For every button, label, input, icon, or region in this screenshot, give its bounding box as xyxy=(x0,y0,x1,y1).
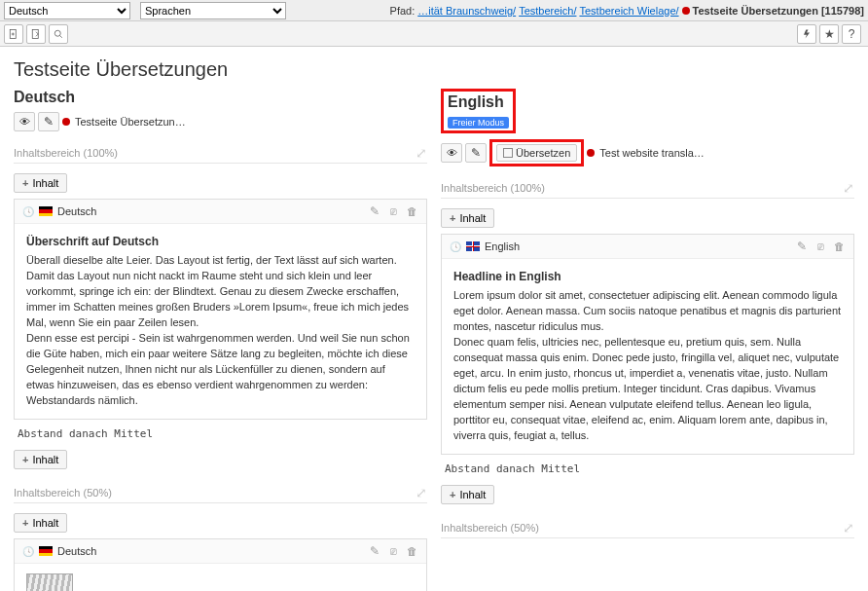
status-dot-icon xyxy=(62,118,70,126)
flag-en-icon xyxy=(466,241,480,251)
breadcrumb: Pfad: …ität Braunschweig/ Testbereich/ T… xyxy=(390,5,864,17)
edit-icon[interactable] xyxy=(465,143,487,163)
status-dot-icon xyxy=(587,149,595,157)
translate-icon xyxy=(503,148,513,158)
toggle-icon[interactable] xyxy=(814,240,827,253)
top-bar: Deutsch Sprachen Pfad: …ität Braunschwei… xyxy=(0,0,868,21)
column-heading-en: English xyxy=(448,93,509,111)
bookmark-button[interactable]: ★ xyxy=(819,24,839,44)
content-card-de-1: Deutsch Überschrift auf Deutsch Überall … xyxy=(14,199,427,420)
card-title: Deutsch xyxy=(57,545,96,557)
page-id: [115798] xyxy=(821,5,864,17)
clock-icon xyxy=(22,204,34,218)
heading-highlight: English Freier Modus xyxy=(441,89,516,133)
breadcrumb-current: Testseite Übersetzungen xyxy=(693,5,818,17)
translate-highlight: Übersetzen xyxy=(489,139,584,166)
section-header: Inhaltsbereich (50%) ⤢ xyxy=(441,520,854,538)
content-card-de-2: Deutsch xyxy=(14,538,427,591)
add-content-button[interactable]: +Inhalt xyxy=(441,208,494,228)
clock-icon xyxy=(450,240,461,253)
edit-icon[interactable] xyxy=(795,240,809,253)
add-content-button[interactable]: +Inhalt xyxy=(14,173,67,193)
page-title: Testseite Übersetzungen xyxy=(0,47,868,89)
delete-icon[interactable] xyxy=(405,204,418,218)
page-toolbar-en: Übersetzen Test website transla… xyxy=(441,139,854,166)
column-heading-de: Deutsch xyxy=(14,89,427,106)
svg-rect-3 xyxy=(32,29,38,38)
page-toolbar-de: Testseite Übersetzun… xyxy=(14,112,427,131)
flag-de-icon xyxy=(39,546,53,556)
icon-toolbar: ★ ? xyxy=(0,21,868,47)
edit-icon[interactable] xyxy=(368,204,381,218)
view-icon[interactable] xyxy=(14,112,35,131)
delete-icon[interactable] xyxy=(405,544,418,558)
language-select[interactable]: Deutsch xyxy=(4,2,130,19)
section-header: Inhaltsbereich (100%) ⤢ xyxy=(441,180,854,199)
expand-icon[interactable]: ⤢ xyxy=(843,180,854,196)
breadcrumb-link[interactable]: Testbereich Wielage/ xyxy=(579,5,678,17)
add-content-button[interactable]: +Inhalt xyxy=(14,450,67,469)
expand-icon[interactable]: ⤢ xyxy=(416,485,427,500)
content-text: Lorem ipsum dolor sit amet, consectetuer… xyxy=(453,288,842,335)
content-headline: Überschrift auf Deutsch xyxy=(26,234,415,250)
sprachen-select[interactable]: Sprachen xyxy=(140,2,286,19)
cache-button[interactable] xyxy=(797,24,816,44)
svg-line-5 xyxy=(60,35,62,37)
view-page-button[interactable] xyxy=(26,24,46,44)
delete-icon[interactable] xyxy=(832,240,846,253)
expand-icon[interactable]: ⤢ xyxy=(416,145,427,161)
content-card-en-1: English Headline in English Lorem ipsum … xyxy=(441,234,854,455)
section-header: Inhaltsbereich (50%) ⤢ xyxy=(14,485,427,503)
add-content-button[interactable]: +Inhalt xyxy=(14,513,67,533)
content-headline: Headline in English xyxy=(453,269,842,285)
status-dot-icon xyxy=(682,7,690,15)
content-text: Denn esse est percipi - Sein ist wahrgen… xyxy=(26,331,415,409)
section-header: Inhaltsbereich (100%) ⤢ xyxy=(14,145,427,164)
help-button[interactable]: ? xyxy=(842,24,861,44)
page-label-de: Testseite Übersetzun… xyxy=(75,116,186,128)
edit-icon[interactable] xyxy=(368,544,381,558)
clock-icon xyxy=(22,544,34,558)
flag-de-icon xyxy=(39,206,53,216)
view-icon[interactable] xyxy=(441,143,462,163)
breadcrumb-link[interactable]: Testbereich/ xyxy=(519,5,576,17)
search-button[interactable] xyxy=(49,24,68,44)
image-thumbnail xyxy=(26,573,73,591)
svg-point-4 xyxy=(54,30,60,36)
expand-icon[interactable]: ⤢ xyxy=(843,520,854,536)
page-label-en: Test website transla… xyxy=(599,147,705,159)
free-mode-badge: Freier Modus xyxy=(448,117,509,129)
path-label: Pfad: xyxy=(390,5,416,17)
content-text: Donec quam felis, ultricies nec, pellent… xyxy=(453,335,842,444)
card-title: Deutsch xyxy=(57,205,96,217)
edit-icon[interactable] xyxy=(38,112,59,131)
toggle-icon[interactable] xyxy=(386,204,400,218)
add-content-button[interactable]: +Inhalt xyxy=(441,485,494,504)
column-deutsch: Deutsch Testseite Übersetzun… Inhaltsber… xyxy=(14,89,427,591)
toggle-icon[interactable] xyxy=(386,544,400,558)
column-english: English Freier Modus Übersetzen Test web… xyxy=(441,89,854,591)
card-title: English xyxy=(485,240,520,252)
translate-button[interactable]: Übersetzen xyxy=(496,144,577,162)
breadcrumb-link[interactable]: …ität Braunschweig/ xyxy=(417,5,516,17)
new-page-button[interactable] xyxy=(4,24,23,44)
content-text: Überall dieselbe alte Leier. Das Layout … xyxy=(26,253,415,331)
